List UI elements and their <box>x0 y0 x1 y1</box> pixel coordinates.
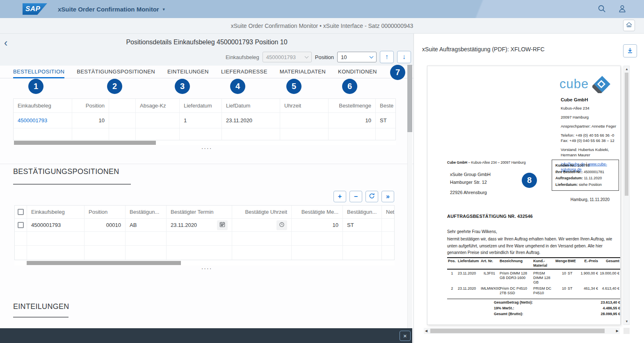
next-position-button[interactable]: ↓ <box>397 51 411 63</box>
download-button[interactable] <box>623 44 637 57</box>
pdf-column-header: Art. Nr. <box>480 258 499 269</box>
column-header[interactable]: Einkaufsbeleg <box>27 206 84 218</box>
calendar-icon <box>219 222 225 229</box>
forward-button[interactable]: » <box>381 191 394 202</box>
scrollbar-thumb[interactable] <box>430 329 605 333</box>
tab-strip: BESTELLPOSITION BESTÄTIGUNGSPOSITIONEN E… <box>0 66 413 78</box>
scrollbar-thumb[interactable] <box>407 65 412 132</box>
column-header[interactable]: Absage-Kz <box>136 99 180 112</box>
scroll-right-arrow[interactable]: ▶ <box>616 329 619 333</box>
cell <box>376 128 395 140</box>
refresh-icon <box>369 193 375 201</box>
scroll-down-arrow[interactable]: ▼ <box>625 320 628 323</box>
scroll-left-arrow[interactable]: ◀ <box>425 329 427 333</box>
company-contact: Ansprechpartner: Annette Feger <box>561 123 622 129</box>
tab-bestellposition[interactable]: BESTELLPOSITION <box>13 66 64 78</box>
callout-5: 5 <box>286 79 301 94</box>
scrollbar-thumb[interactable] <box>14 141 156 145</box>
cell-einheit: ST <box>376 113 395 128</box>
scrollbar-thumb[interactable] <box>27 261 181 265</box>
column-header[interactable]: Bestätigun... <box>343 206 382 218</box>
cell <box>27 246 84 260</box>
home-button[interactable] <box>623 20 635 31</box>
company-fax: Fax: +49 (0) 040 55 66 38 – 12 <box>561 138 622 143</box>
scrollbar-thumb[interactable] <box>625 73 628 196</box>
info-row: Auftragsdatum: 11.11.2020 <box>555 175 615 182</box>
minus-icon: − <box>354 193 358 200</box>
pdf-horizontal-scrollbar[interactable]: ◀ ▶ <box>424 328 620 334</box>
pdf-cell: 23.11.2020 <box>457 286 480 296</box>
position-value: 10 <box>341 54 347 60</box>
column-header[interactable]: Bestätigte Uhrzeit <box>232 206 292 218</box>
select-all-checkbox[interactable] <box>18 209 24 215</box>
tab-materialdaten[interactable]: MATERIALDATEN <box>280 66 326 78</box>
pdf-total-row: 19% MwSt.: 4.486,55 € <box>447 306 620 311</box>
user-profile-button[interactable] <box>618 4 627 14</box>
date-picker-button[interactable] <box>217 220 228 230</box>
section-title-einteilungen: EINTEILUNGEN <box>13 302 69 311</box>
pdf-column-header: Menge <box>555 258 567 269</box>
column-header[interactable]: Position <box>84 206 126 218</box>
previous-position-button[interactable]: ↑ <box>380 51 394 63</box>
column-header[interactable]: Einkaufsbeleg <box>14 99 72 112</box>
company-name: Cube GmbH <box>561 97 622 103</box>
tab-lieferadresse[interactable]: LIEFERADRESSE <box>221 66 267 78</box>
callout-6: 6 <box>342 79 357 94</box>
tab-einteilungen[interactable]: EINTEILUNGEN <box>167 66 209 78</box>
cell <box>126 246 167 260</box>
cell <box>329 128 376 140</box>
close-button[interactable]: × <box>400 331 411 341</box>
refresh-button[interactable] <box>365 191 378 202</box>
cell <box>382 232 394 245</box>
einkaufsbeleg-link[interactable]: 4500001793 <box>18 117 47 123</box>
remove-row-button[interactable]: − <box>349 191 362 202</box>
column-header[interactable]: Beste <box>376 99 395 112</box>
add-row-button[interactable]: + <box>333 191 346 202</box>
tab-konditionen[interactable]: KONDITIONEN <box>338 66 377 78</box>
total-label: 19% MwSt.: <box>494 306 540 311</box>
pdf-cell: 10 <box>555 270 567 286</box>
pdf-cell: 1 <box>447 270 457 286</box>
column-header[interactable]: Bestätigter Termin <box>167 206 232 218</box>
column-header[interactable]: Bestätigte Me... <box>292 206 343 218</box>
column-header[interactable]: Position <box>72 99 109 112</box>
table-more-trigger[interactable]: ···· <box>0 146 413 150</box>
double-chevron-right-icon: » <box>386 193 390 200</box>
column-header[interactable]: Bestätigun... <box>126 206 167 218</box>
total-value: 23.613,40 € <box>540 300 620 305</box>
column-header[interactable]: Uhrzeit <box>280 99 329 112</box>
total-value: 4.486,55 € <box>540 306 620 311</box>
callout-8: 8 <box>522 173 537 188</box>
info-value: 11.11.2020 <box>584 176 602 180</box>
column-header[interactable]: Bestellmenge <box>329 99 376 112</box>
pdf-cell: Prism DIMM 128 GB DDR3-1600 <box>499 270 532 286</box>
app-title-menu[interactable]: xSuite Order Confirmation Monitor ▼ <box>58 6 166 13</box>
einkaufsbeleg-value: 4500001793 <box>266 54 296 60</box>
info-row: Ihre Bestell-Nr.: 4500001781 <box>555 169 615 176</box>
column-header[interactable]: Nett <box>382 206 394 218</box>
search-button[interactable] <box>597 4 606 14</box>
order-info-box: Kunden Nr.: 108788 Ihre Bestell-Nr.: 450… <box>552 160 619 191</box>
scroll-up-arrow[interactable]: ▲ <box>625 67 628 71</box>
einkaufsbeleg-select[interactable]: 4500001793 <box>263 52 312 62</box>
salutation: Sehr geehrte Frau Wilkens, <box>447 229 497 236</box>
sap-logo[interactable]: SAP <box>23 3 47 15</box>
plus-icon: + <box>338 193 342 200</box>
position-select[interactable]: 10 <box>337 52 377 62</box>
pdf-cell: ST <box>567 286 578 296</box>
table-row: 4500001793 00010 AB 23.11.2020 <box>15 219 394 232</box>
company-phone: Telefon: +49 (0) 40 55 66 36 -0 <box>561 133 622 138</box>
column-header[interactable] <box>109 99 136 112</box>
column-header[interactable]: Lieferdatum <box>180 99 222 112</box>
pdf-table-body: 1 23.11.2020 IL3F01 Prism DIMM 128 GB DD… <box>447 270 620 299</box>
column-header[interactable]: LiefDatum <box>222 99 280 112</box>
pdf-cell: 2 <box>447 286 457 296</box>
row-checkbox[interactable] <box>18 222 24 228</box>
time-picker-button[interactable] <box>276 220 287 230</box>
cell-einkaufsbeleg: 4500001793 <box>27 219 84 231</box>
info-value: 4500001781 <box>584 170 604 174</box>
tab-bestaetigungspositionen[interactable]: BESTÄTIGUNGSPOSITIONEN <box>77 66 155 78</box>
table-more-trigger[interactable]: ···· <box>0 266 413 270</box>
pdf-vertical-scrollbar[interactable]: ▲ ▼ <box>623 66 630 325</box>
info-label: Kunden Nr.: <box>555 163 576 167</box>
